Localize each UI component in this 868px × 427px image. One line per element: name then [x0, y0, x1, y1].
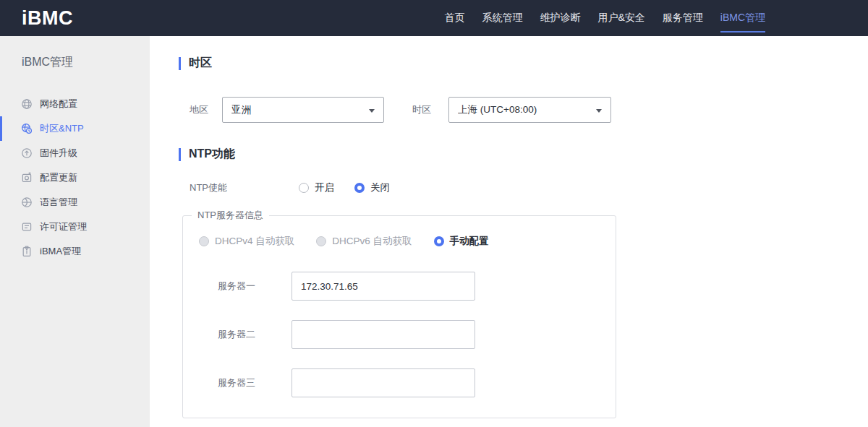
region-select[interactable]: 亚洲	[222, 97, 384, 123]
region-select-value: 亚洲	[231, 103, 251, 116]
radio-label: 手动配置	[450, 235, 489, 248]
server-one-label: 服务器一	[218, 280, 292, 293]
sidebar-item-ibma-management[interactable]: iBMA管理	[0, 239, 150, 264]
license-icon	[21, 221, 33, 233]
language-globe-icon	[21, 197, 33, 208]
ntp-enable-row: NTP使能 开启 关闭	[190, 181, 868, 194]
server-three-label: 服务器三	[218, 376, 292, 389]
timezone-clock-icon	[21, 123, 33, 134]
server-one-row: 服务器一	[183, 272, 616, 301]
ntp-enable-off-radio[interactable]: 关闭	[354, 181, 390, 194]
sidebar-item-label: 配置更新	[40, 171, 77, 184]
dhcpv6-auto-radio: DHCPv6 自动获取	[316, 235, 412, 248]
firmware-upgrade-icon	[21, 147, 33, 159]
ntp-enable-on-radio[interactable]: 开启	[299, 181, 334, 194]
sidebar-item-label: 固件升级	[40, 147, 77, 160]
section-title-timezone: 时区	[179, 56, 868, 71]
timezone-form-row: 地区 亚洲 时区 上海 (UTC+08:00)	[190, 97, 868, 123]
timezone-select-value: 上海 (UTC+08:00)	[458, 103, 537, 116]
ntp-server-group: NTP服务器信息 DHCPv4 自动获取 DHCPv6 自动获取 手动配置 服务…	[182, 209, 616, 418]
sidebar-item-network-config[interactable]: 网络配置	[0, 92, 150, 116]
sidebar: iBMC管理 网络配置 时区&NTP	[0, 36, 150, 427]
server-two-row: 服务器二	[183, 320, 616, 349]
region-label: 地区	[190, 103, 222, 116]
timezone-section-title: 时区	[189, 56, 212, 71]
section-title-ntp: NTP功能	[179, 147, 868, 162]
sidebar-item-label: 许可证管理	[40, 220, 87, 233]
nav-item-ibmc-management[interactable]: iBMC管理	[712, 0, 774, 36]
ntp-server-group-legend: NTP服务器信息	[192, 209, 269, 222]
dhcpv4-auto-radio: DHCPv4 自动获取	[199, 235, 294, 248]
server-two-label: 服务器二	[218, 328, 292, 341]
chevron-down-icon	[596, 109, 602, 113]
sidebar-item-label: 语言管理	[40, 196, 77, 209]
title-accent-bar	[179, 148, 181, 161]
ntp-enable-label: NTP使能	[190, 181, 299, 194]
server-three-row: 服务器三	[183, 368, 616, 397]
config-update-icon	[21, 172, 33, 184]
network-globe-icon	[21, 98, 33, 110]
radio-icon	[299, 183, 309, 193]
nav-item-system[interactable]: 系统管理	[473, 0, 531, 36]
ntp-section-title: NTP功能	[189, 147, 235, 162]
sidebar-item-label: 时区&NTP	[40, 122, 84, 135]
main-content: 时区 地区 亚洲 时区 上海 (UTC+08:00) NTP功能 NTP使能 开…	[150, 36, 868, 427]
radio-label: 开启	[315, 181, 334, 194]
radio-selected-icon	[434, 236, 444, 246]
ibmc-logo: iBMC	[22, 7, 73, 30]
radio-selected-icon	[354, 183, 365, 193]
server-one-input[interactable]	[292, 272, 475, 301]
radio-disabled-icon	[199, 236, 209, 246]
server-three-input[interactable]	[292, 368, 475, 397]
sidebar-item-label: 网络配置	[40, 98, 77, 111]
sidebar-item-config-update[interactable]: 配置更新	[0, 165, 150, 190]
sidebar-item-label: iBMA管理	[40, 245, 81, 258]
radio-label: DHCPv6 自动获取	[332, 235, 412, 248]
top-navbar: iBMC 首页 系统管理 维护诊断 用户&安全 服务管理 iBMC管理	[0, 0, 868, 36]
radio-disabled-icon	[316, 236, 326, 246]
sidebar-menu: 网络配置 时区&NTP 固件升级	[0, 92, 150, 264]
nav-item-services[interactable]: 服务管理	[654, 0, 712, 36]
sidebar-item-firmware-upgrade[interactable]: 固件升级	[0, 141, 150, 165]
ibma-clipboard-icon	[21, 246, 33, 257]
radio-label: DHCPv4 自动获取	[215, 235, 294, 248]
nav-item-user-security[interactable]: 用户&安全	[589, 0, 653, 36]
nav-item-home[interactable]: 首页	[435, 0, 473, 36]
timezone-label: 时区	[412, 103, 448, 116]
title-accent-bar	[179, 57, 181, 70]
top-nav-menu: 首页 系统管理 维护诊断 用户&安全 服务管理 iBMC管理	[435, 0, 774, 36]
sidebar-item-timezone-ntp[interactable]: 时区&NTP	[0, 116, 150, 141]
radio-label: 关闭	[370, 181, 390, 194]
ntp-mode-radio-group: DHCPv4 自动获取 DHCPv6 自动获取 手动配置	[183, 235, 616, 248]
server-two-input[interactable]	[292, 320, 475, 349]
sidebar-item-language-management[interactable]: 语言管理	[0, 190, 150, 215]
manual-config-radio[interactable]: 手动配置	[434, 235, 489, 248]
timezone-select[interactable]: 上海 (UTC+08:00)	[448, 97, 611, 123]
sidebar-item-license-management[interactable]: 许可证管理	[0, 215, 150, 239]
sidebar-title: iBMC管理	[0, 36, 150, 70]
nav-item-maintenance[interactable]: 维护诊断	[531, 0, 589, 36]
chevron-down-icon	[369, 109, 375, 113]
ntp-enable-radio-group: 开启 关闭	[299, 181, 390, 194]
